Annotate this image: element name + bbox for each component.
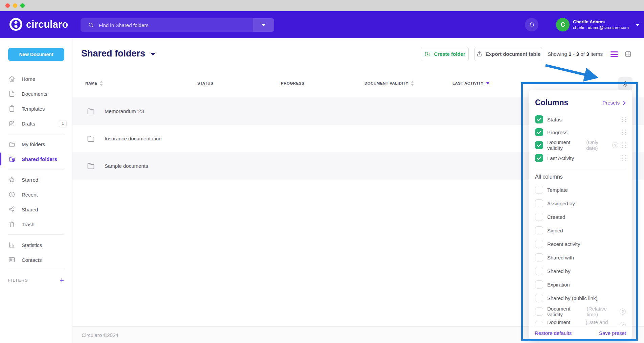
page-title[interactable]: Shared folders <box>81 48 155 59</box>
column-toggle-row[interactable]: Signed <box>529 224 632 237</box>
checkbox-unchecked-icon[interactable] <box>535 267 543 275</box>
user-menu[interactable]: C Charlie Adams charlie.adams@circularo.… <box>556 18 640 31</box>
checkbox-unchecked-icon[interactable] <box>535 240 543 248</box>
statistics-icon <box>8 241 16 249</box>
table-column-header[interactable]: STATUS <box>197 81 281 85</box>
drag-handle-icon[interactable] <box>622 142 626 148</box>
table-column-header[interactable]: DOCUMENT VALIDITY <box>364 81 452 86</box>
close-window-button[interactable] <box>5 3 10 8</box>
checkbox-unchecked-icon[interactable] <box>535 280 543 289</box>
sidebar-item[interactable]: Trash <box>0 217 72 232</box>
brand-logo[interactable]: circularo <box>9 18 68 31</box>
sidebar-item[interactable]: Contacts <box>0 252 72 267</box>
sidebar-nav: Home Documents Templates Drafts 1 My fol… <box>0 71 72 288</box>
column-toggle-row[interactable]: Progress <box>529 126 632 139</box>
sort-icon[interactable] <box>100 81 103 86</box>
checkbox-unchecked-icon[interactable] <box>535 186 543 194</box>
notifications-button[interactable] <box>525 18 538 31</box>
column-toggle-row[interactable]: Expiration <box>529 278 632 291</box>
sidebar-item[interactable]: Templates <box>0 101 72 116</box>
export-document-table-button[interactable]: Export document table <box>474 47 542 61</box>
sidebar-item[interactable]: Shared folders <box>0 152 72 166</box>
global-search <box>81 18 274 32</box>
help-icon[interactable] <box>612 142 618 148</box>
table-settings-button[interactable] <box>618 77 632 91</box>
column-toggle-row[interactable]: Created <box>529 210 632 224</box>
app-window: circularo C Charlie Adams charlie.adams@… <box>0 0 644 343</box>
avatar: C <box>556 18 570 31</box>
columns-panel-title: Columns <box>535 98 568 107</box>
drag-handle-icon[interactable] <box>622 117 626 122</box>
column-toggle-row[interactable]: Shared by (public link) <box>529 291 632 305</box>
sidebar-item-label: Recent <box>22 192 38 198</box>
sidebar-item[interactable]: My folders <box>0 137 72 152</box>
column-toggle-row[interactable]: Shared by <box>529 264 632 278</box>
sidebar-item[interactable]: Shared <box>0 202 72 217</box>
column-toggle-row[interactable]: Assigned by <box>529 197 632 210</box>
folder-name: Memorandum '23 <box>105 108 144 114</box>
all-columns-label: All columns <box>529 173 632 183</box>
document-icon <box>8 90 16 97</box>
table-column-header[interactable]: PROGRESS <box>281 81 364 85</box>
list-view-toggle[interactable] <box>610 50 618 58</box>
folder-icon <box>86 134 95 143</box>
column-toggle-row[interactable]: Document validity (Only date) <box>529 139 632 152</box>
filters-label: FILTERS <box>8 278 28 283</box>
chevron-down-icon <box>636 24 640 26</box>
checkbox-unchecked-icon[interactable] <box>535 213 543 221</box>
chevron-down-icon <box>262 24 266 26</box>
minimize-window-button[interactable] <box>13 3 17 8</box>
maximize-window-button[interactable] <box>20 3 25 8</box>
sidebar-item[interactable]: Recent <box>0 187 72 202</box>
column-toggle-row[interactable]: Status <box>529 113 632 126</box>
sidebar-item[interactable]: Starred <box>0 172 72 187</box>
copyright: Circularo ©2024 <box>82 332 118 338</box>
draft-icon <box>8 120 16 127</box>
checkbox-unchecked-icon[interactable] <box>535 226 543 234</box>
checkbox-unchecked-icon[interactable] <box>535 253 543 261</box>
column-toggle-row[interactable]: Template <box>529 183 632 197</box>
folder-tray-icon <box>8 140 16 148</box>
column-toggle-row[interactable]: Last Activity <box>529 152 632 164</box>
checkbox-unchecked-icon[interactable] <box>535 294 543 302</box>
presets-link[interactable]: Presets <box>602 100 626 106</box>
sidebar-item[interactable]: Statistics <box>0 237 72 252</box>
contacts-icon <box>8 256 16 264</box>
checkbox-unchecked-icon[interactable] <box>535 307 543 316</box>
search-scope-dropdown[interactable] <box>253 18 274 32</box>
column-toggle-row[interactable]: Document validity (Relative time) <box>529 305 632 318</box>
user-name: Charlie Adams <box>573 19 629 25</box>
sidebar-item[interactable]: Home <box>0 71 72 86</box>
sidebar-item-label: My folders <box>22 141 45 147</box>
checkbox-unchecked-icon[interactable] <box>535 199 543 207</box>
table-column-header[interactable]: NAME <box>85 81 197 86</box>
sidebar-item[interactable]: Documents <box>0 86 72 101</box>
sidebar-item-label: Starred <box>22 177 38 183</box>
column-toggle-row[interactable]: Recent activity <box>529 237 632 251</box>
grid-view-toggle[interactable] <box>624 50 632 58</box>
sort-icon[interactable] <box>411 81 414 86</box>
shared-folder-icon <box>8 155 16 163</box>
drag-handle-icon[interactable] <box>622 155 626 161</box>
chevron-right-icon <box>623 100 626 105</box>
search-input[interactable] <box>94 18 253 32</box>
table-column-header[interactable]: LAST ACTIVITY <box>452 81 617 85</box>
brand-name: circularo <box>26 19 68 30</box>
count-badge: 1 <box>59 120 67 127</box>
checkbox-checked-icon[interactable] <box>535 154 543 162</box>
checkbox-checked-icon[interactable] <box>535 115 543 123</box>
add-filter-button[interactable]: + <box>60 277 64 284</box>
sidebar: New Document Home Documents Templates Dr… <box>0 38 72 343</box>
sort-desc-icon[interactable] <box>486 82 490 85</box>
create-folder-button[interactable]: Create folder <box>421 47 469 61</box>
share-icon <box>8 206 16 213</box>
help-icon[interactable] <box>620 308 626 315</box>
new-document-button[interactable]: New Document <box>8 48 64 61</box>
save-preset-link[interactable]: Save preset <box>599 330 626 336</box>
drag-handle-icon[interactable] <box>622 130 626 135</box>
checkbox-checked-icon[interactable] <box>535 128 543 136</box>
column-toggle-row[interactable]: Shared with <box>529 251 632 264</box>
restore-defaults-link[interactable]: Restore defaults <box>535 330 572 336</box>
checkbox-checked-icon[interactable] <box>535 141 543 149</box>
sidebar-item[interactable]: Drafts 1 <box>0 116 72 131</box>
